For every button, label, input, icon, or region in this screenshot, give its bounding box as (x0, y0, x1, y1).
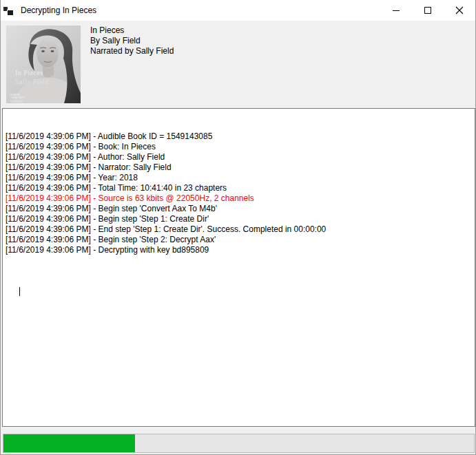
progress-fill (3, 434, 135, 452)
maximize-button[interactable] (412, 0, 444, 21)
cover-author: Sally Field (15, 78, 49, 85)
book-title: In Pieces (90, 25, 174, 36)
cover-title: In Pieces (15, 69, 43, 76)
window-title: Decrypting In Pieces (21, 6, 96, 15)
log-line: [11/6/2019 4:39:06 PM] - Audible Book ID… (6, 131, 472, 142)
minimize-button[interactable] (380, 0, 412, 21)
log-line: [11/6/2019 4:39:06 PM] - Begin step 'Ste… (6, 214, 472, 224)
log-line: [11/6/2019 4:39:06 PM] - Total Time: 10:… (6, 183, 472, 193)
log-line: [11/6/2019 4:39:06 PM] - Begin step 'Con… (6, 204, 472, 214)
minimize-icon (393, 10, 400, 11)
book-cover-image: In Pieces Sally Field READ BY THE AUTHOR… (6, 25, 81, 103)
progress-bar (3, 434, 475, 453)
log-caret-line (6, 276, 472, 286)
app-window: Decrypting In Pieces (0, 0, 476, 455)
log-line: [11/6/2019 4:39:06 PM] - End step 'Step … (6, 224, 472, 235)
cover-edition: Unabridged (10, 100, 23, 103)
book-info: In Pieces By Sally Field Narrated by Sal… (90, 25, 174, 56)
log-line: [11/6/2019 4:39:06 PM] - Source is 63 kb… (6, 193, 472, 204)
text-cursor (19, 287, 20, 296)
log-line: [11/6/2019 4:39:06 PM] - Narrator: Sally… (6, 162, 472, 173)
book-author: By Sally Field (90, 36, 174, 46)
log-line: [11/6/2019 4:39:06 PM] - Author: Sally F… (6, 152, 472, 162)
log-line: [11/6/2019 4:39:06 PM] - Book: In Pieces (6, 142, 472, 152)
log-output[interactable]: [11/6/2019 4:39:06 PM] - Audible Book ID… (2, 108, 475, 427)
app-icon[interactable] (3, 5, 14, 16)
close-button[interactable] (444, 0, 475, 21)
book-narrator: Narrated by Sally Field (90, 46, 174, 56)
log-line: [11/6/2019 4:39:06 PM] - Decrypting with… (6, 245, 472, 255)
cover-read-by-line2: THE AUTHOR (10, 96, 25, 99)
title-bar[interactable]: Decrypting In Pieces (1, 0, 475, 21)
maximize-icon (424, 7, 431, 14)
log-line: [11/6/2019 4:39:06 PM] - Year: 2018 (6, 173, 472, 183)
close-icon (455, 6, 464, 14)
log-lines: [11/6/2019 4:39:06 PM] - Audible Book ID… (6, 131, 472, 255)
log-line: [11/6/2019 4:39:06 PM] - Begin step 'Ste… (6, 235, 472, 245)
